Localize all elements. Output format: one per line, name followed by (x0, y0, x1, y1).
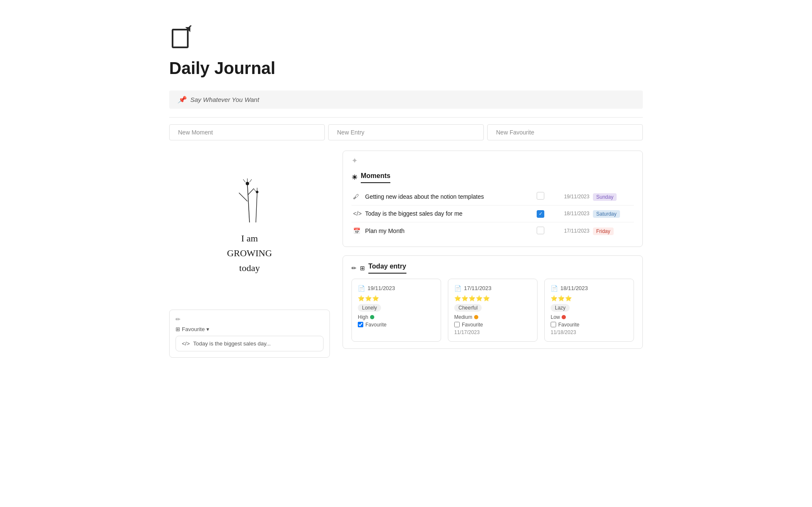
moment-icon-3: 📅 (351, 222, 363, 240)
stars-1: ⭐⭐⭐ (358, 295, 435, 301)
moment-title-1: Getting new ideas about the notion templ… (363, 188, 535, 206)
svg-line-4 (239, 193, 247, 201)
day-badge-saturday: Saturday (593, 210, 620, 218)
moment-checkbox-2[interactable]: ✓ (537, 210, 544, 218)
plant-illustration (224, 151, 275, 227)
new-buttons-row: New Moment New Entry New Favourite (169, 124, 643, 140)
moments-table: 🖋 Getting new ideas about the notion tem… (351, 188, 634, 240)
mood-1: Lonely (358, 304, 381, 312)
today-entry-label: Today entry (368, 263, 406, 274)
energy-dot-2 (474, 315, 478, 319)
moments-card: ✦ ☀ Moments 🖋 Getting new ideas about (343, 151, 643, 247)
chevron-down-icon[interactable]: ▾ (206, 326, 209, 332)
entry-card-3: 📄 18/11/2023 ⭐⭐⭐ Lazy Low Favourite (544, 279, 634, 342)
moment-check-cell-1[interactable] (535, 188, 551, 206)
svg-line-9 (250, 179, 252, 182)
favourite-label[interactable]: ⊞ Favourite ▾ (176, 326, 324, 332)
fav-input-2[interactable] (454, 322, 460, 327)
moments-label: Moments (361, 172, 390, 183)
svg-line-2 (189, 25, 191, 28)
main-layout: I am GROWING today ✏ ⊞ Favourite ▾ (169, 151, 643, 358)
day-badge-sunday: Sunday (593, 193, 617, 201)
pencil-icon: ✏ (176, 316, 181, 323)
svg-line-10 (256, 193, 257, 222)
sun-icon: ☀ (351, 173, 357, 181)
stars-3: ⭐⭐⭐ (551, 295, 628, 301)
moment-date-3: 17/11/2023 (551, 222, 591, 240)
moment-checkbox-1[interactable] (537, 192, 544, 200)
left-panel: I am GROWING today ✏ ⊞ Favourite ▾ (169, 151, 330, 358)
moments-card-header: ☀ Moments (343, 165, 642, 183)
drag-handle[interactable]: ✦ (343, 151, 642, 165)
small-card-header: ✏ (176, 316, 324, 323)
fav-check-3[interactable]: Favourite (551, 322, 628, 328)
entry-date-2: 📄 17/11/2023 (454, 285, 531, 292)
moment-date-1: 19/11/2023 (551, 188, 591, 206)
page-icon (169, 25, 643, 52)
fav-input-1[interactable] (358, 322, 363, 327)
left-bottom-area: ✏ ⊞ Favourite ▾ </> Today is the biggest… (169, 310, 330, 358)
moment-row-2: </> Today is the biggest sales day for m… (351, 206, 634, 222)
energy-dot-3 (562, 315, 566, 319)
sparkle-icon: ✦ (351, 156, 358, 165)
entry-date-1: 📄 19/11/2023 (358, 285, 435, 292)
moment-checkbox-3[interactable] (537, 227, 544, 234)
right-panel: ✦ ☀ Moments 🖋 Getting new ideas about (343, 151, 643, 349)
energy-dot-1 (370, 315, 374, 319)
mood-2: Cheerful (454, 304, 482, 312)
svg-line-3 (247, 184, 250, 222)
edit-icon: ✏ (351, 265, 357, 271)
moment-check-cell-2[interactable]: ✓ (535, 206, 551, 222)
doc-icon-3: 📄 (551, 285, 558, 292)
stars-2: ⭐⭐⭐⭐⭐ (454, 295, 531, 301)
doc-icon-2: 📄 (454, 285, 461, 292)
divider (169, 117, 643, 118)
day-badge-friday: Friday (593, 227, 614, 235)
energy-1: High (358, 314, 435, 320)
bottom-small-card: </> Today is the biggest sales day... (176, 336, 324, 351)
energy-2: Medium (454, 314, 531, 320)
today-entry-icon: ⊞ (360, 265, 365, 271)
doc-icon-1: 📄 (358, 285, 365, 292)
moment-title-2: Today is the biggest sales day for me (363, 206, 535, 222)
energy-3: Low (551, 314, 628, 320)
moment-icon-1: 🖋 (351, 188, 363, 206)
handwritten-text: I am GROWING today (227, 231, 272, 276)
new-entry-button[interactable]: New Entry (328, 124, 484, 140)
today-entry-header: ✏ ⊞ Today entry (351, 263, 634, 274)
fav-check-1[interactable]: Favourite (358, 322, 435, 328)
svg-point-6 (246, 182, 249, 185)
moment-title-3: Plan my Month (363, 222, 535, 240)
entry-card-1: 📄 19/11/2023 ⭐⭐⭐ Lonely High Favourite (351, 279, 441, 342)
fav-check-2[interactable]: Favourite (454, 322, 531, 328)
entry-date-bottom-3: 11/18/2023 (551, 329, 628, 335)
svg-line-5 (248, 189, 254, 195)
moment-date-2: 18/11/2023 (551, 206, 591, 222)
new-moment-button[interactable]: New Moment (169, 124, 325, 140)
moment-check-cell-3[interactable] (535, 222, 551, 240)
moment-day-1: Sunday (591, 188, 634, 206)
pinned-text: Say Whatever You Want (190, 96, 259, 103)
entry-date-3: 📄 18/11/2023 (551, 285, 628, 292)
entry-cards-row: 📄 19/11/2023 ⭐⭐⭐ Lonely High Favourite (351, 279, 634, 342)
bottom-item-text: Today is the biggest sales day... (193, 340, 271, 347)
page-title: Daily Journal (169, 59, 643, 78)
moment-row-1: 🖋 Getting new ideas about the notion tem… (351, 188, 634, 206)
gallery-icon: ⊞ (176, 326, 180, 332)
svg-line-7 (243, 179, 245, 182)
fav-input-3[interactable] (551, 322, 556, 327)
entry-card-2: 📄 17/11/2023 ⭐⭐⭐⭐⭐ Cheerful Medium Favou… (448, 279, 538, 342)
code-icon: </> (182, 340, 190, 347)
bottom-item-row: </> Today is the biggest sales day... (182, 340, 317, 347)
moment-icon-2: </> (351, 206, 363, 222)
svg-rect-0 (173, 30, 188, 47)
today-entry-section: ✏ ⊞ Today entry 📄 19/11/2023 ⭐⭐⭐ Lonely (343, 255, 643, 349)
pinned-bar: 📌 Say Whatever You Want (169, 90, 643, 109)
moments-card-content: 🖋 Getting new ideas about the notion tem… (343, 183, 642, 247)
svg-line-12 (254, 189, 256, 192)
moment-row-3: 📅 Plan my Month 17/11/2023 Friday (351, 222, 634, 240)
moment-day-2: Saturday (591, 206, 634, 222)
favourite-small-card: ✏ ⊞ Favourite ▾ </> Today is the biggest… (169, 310, 330, 358)
new-favourite-button[interactable]: New Favourite (487, 124, 643, 140)
mood-3: Lazy (551, 304, 570, 312)
